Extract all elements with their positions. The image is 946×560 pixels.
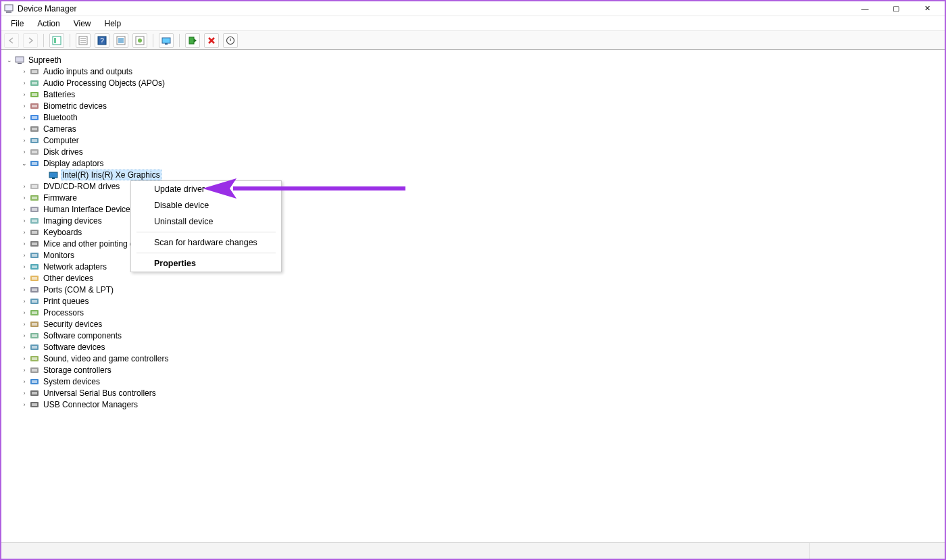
update-driver-button[interactable] [185,33,200,48]
help-button[interactable]: ? [95,33,109,48]
tree-category[interactable]: ›Print queues [5,295,945,307]
disable-button[interactable] [223,33,238,48]
chevron-icon[interactable]: › [20,136,28,145]
tree-category[interactable]: ›Security devices [5,318,945,330]
category-icon [30,159,39,168]
chevron-icon[interactable]: › [20,274,28,282]
uninstall-button[interactable] [204,33,219,48]
chevron-icon[interactable]: › [20,79,28,87]
svg-rect-27 [32,105,37,107]
category-icon [30,101,39,111]
tree-category[interactable]: ›Cameras [5,123,945,134]
tree-category[interactable]: ›Audio Processing Objects (APOs) [5,77,945,88]
chevron-icon[interactable]: › [20,228,28,236]
window-controls: — ▢ ✕ [855,3,937,14]
device-tree[interactable]: ⌄ Supreeth ›Audio inputs and outputs›Aud… [1,50,945,542]
chevron-icon[interactable]: › [20,182,28,190]
chevron-icon[interactable]: › [20,205,28,213]
menu-scan-hardware[interactable]: Scan for hardware changes [131,234,281,251]
chevron-icon[interactable]: › [20,355,28,363]
chevron-icon[interactable]: › [20,113,28,122]
category-icon [30,342,39,352]
tree-category[interactable]: ›Bluetooth [5,111,945,123]
chevron-icon[interactable]: › [20,343,28,351]
chevron-icon[interactable]: › [20,389,28,397]
chevron-icon[interactable]: › [20,366,28,374]
tree-category[interactable]: ›Biometric devices [5,100,945,111]
chevron-icon[interactable]: › [20,297,28,305]
chevron-icon[interactable]: › [20,68,28,76]
tree-category[interactable]: ›Software devices [5,341,945,353]
chevron-icon[interactable]: › [20,401,28,409]
action-button-1[interactable] [114,33,128,48]
show-hide-tree-button[interactable] [49,33,64,48]
minimize-button[interactable]: — [855,3,874,14]
close-button[interactable]: ✕ [918,3,937,14]
category-label: Display adaptors [42,159,105,168]
tree-root[interactable]: ⌄ Supreeth [5,54,945,66]
chevron-icon[interactable]: › [20,263,28,271]
tree-category[interactable]: ›Universal Serial Bus controllers [5,387,945,399]
category-icon [30,274,39,283]
maximize-button[interactable]: ▢ [887,3,905,14]
spacer [39,171,47,179]
menu-disable-device[interactable]: Disable device [131,197,281,213]
menu-action[interactable]: Action [30,18,66,30]
category-icon [30,285,39,295]
action-button-2[interactable] [132,33,147,48]
chevron-icon[interactable]: › [20,91,28,99]
tree-category[interactable]: ›System devices [5,376,945,387]
tree-category[interactable]: ›Ports (COM & LPT) [5,284,945,295]
category-label: Imaging devices [42,216,103,226]
category-icon [30,388,39,398]
tree-category[interactable]: ›Processors [5,307,945,318]
tree-category[interactable]: ›Batteries [5,88,945,100]
tree-category[interactable]: ›Software components [5,330,945,341]
menu-help[interactable]: Help [98,18,128,30]
scan-hardware-button[interactable] [159,33,174,48]
tree-category[interactable]: ›Computer [5,134,945,146]
chevron-icon[interactable]: › [20,240,28,248]
chevron-icon[interactable]: › [20,378,28,386]
tree-category[interactable]: ›Audio inputs and outputs [5,66,945,77]
status-cell [1,543,810,559]
chevron-icon[interactable]: › [20,320,28,328]
tree-device-selected[interactable]: Intel(R) Iris(R) Xe Graphics [5,169,945,180]
chevron-icon[interactable]: › [20,286,28,294]
chevron-icon[interactable]: ⌄ [20,159,28,168]
svg-rect-69 [32,346,37,349]
svg-rect-14 [162,38,170,43]
svg-rect-0 [5,5,13,11]
chevron-icon[interactable]: › [20,148,28,156]
title-bar: Device Manager — ▢ ✕ [1,1,945,16]
category-label: Audio Processing Objects (APOs) [42,78,166,88]
tree-category[interactable]: ›Other devices [5,272,945,284]
svg-rect-49 [32,231,37,234]
chevron-icon[interactable]: › [20,194,28,202]
chevron-icon[interactable]: › [20,102,28,110]
chevron-down-icon[interactable]: ⌄ [5,56,14,64]
tree-category[interactable]: ›Sound, video and game controllers [5,353,945,364]
category-icon [30,182,39,191]
category-label: Software components [42,331,123,340]
menu-file[interactable]: File [4,18,30,30]
properties-button[interactable] [76,33,91,48]
chevron-icon[interactable]: › [20,309,28,317]
tree-category[interactable]: ›USB Connector Managers [5,399,945,410]
chevron-icon[interactable]: › [20,332,28,340]
menu-update-driver[interactable]: Update driver [131,181,281,197]
chevron-icon[interactable]: › [20,217,28,225]
svg-rect-51 [32,243,37,245]
tree-category[interactable]: ›Storage controllers [5,364,945,376]
tree-category[interactable]: ›Disk drives [5,146,945,157]
app-icon [4,4,14,14]
menu-properties[interactable]: Properties [131,255,281,272]
menu-uninstall-device[interactable]: Uninstall device [131,213,281,230]
category-icon [30,320,39,329]
chevron-icon[interactable]: › [20,125,28,133]
menu-view[interactable]: View [67,18,98,30]
tree-category[interactable]: ⌄Display adaptors [5,157,945,169]
window-title: Device Manager [18,4,855,14]
svg-rect-21 [32,70,37,73]
chevron-icon[interactable]: › [20,251,28,259]
